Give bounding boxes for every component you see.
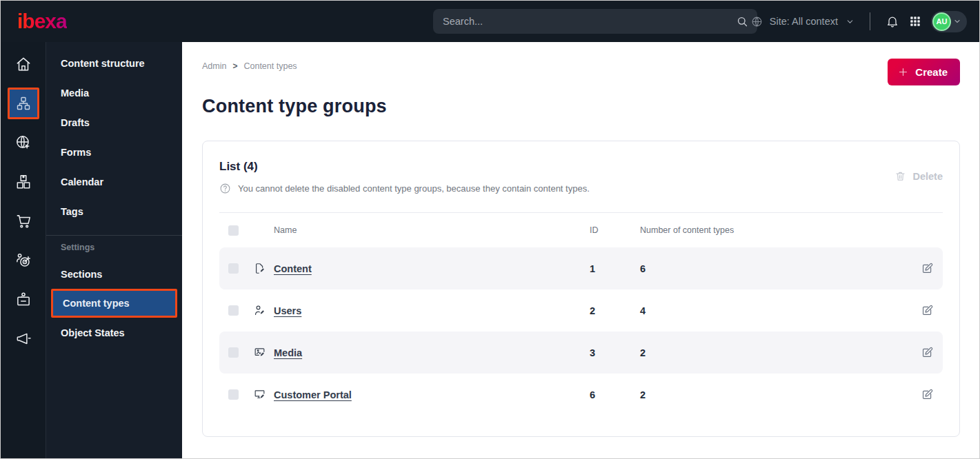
media-image-icon: [253, 346, 274, 359]
site-globe-pointer-icon: [8, 127, 39, 159]
cart-icon: [8, 205, 39, 237]
plus-icon: [897, 66, 909, 78]
help-circle-icon: [219, 183, 231, 194]
table-row-content: Content 1 6: [219, 247, 943, 289]
delete-button-label: Delete: [912, 171, 943, 182]
group-link[interactable]: Users: [274, 305, 590, 316]
edit-icon[interactable]: [921, 304, 934, 317]
help-row: You cannot delete the disabled content t…: [219, 183, 943, 194]
users-person-icon: [253, 304, 274, 317]
group-id: 2: [590, 305, 640, 316]
chevron-down-icon: [846, 17, 854, 26]
trash-icon: [894, 170, 906, 182]
edit-icon[interactable]: [921, 346, 934, 359]
rail-item-campaign[interactable]: [1, 319, 46, 358]
row-checkbox: [228, 263, 239, 274]
table-row-users: Users 2 4: [219, 289, 943, 332]
sidebar-item-content-structure[interactable]: Content structure: [46, 48, 182, 78]
group-count: 2: [640, 389, 910, 400]
home-icon: [8, 48, 39, 80]
table-header: Name ID Number of content types: [219, 213, 943, 247]
sidebar-item-content-types[interactable]: Content types: [51, 289, 177, 318]
breadcrumb: Admin > Content types: [202, 61, 297, 71]
campaign-megaphone-icon: [8, 323, 39, 355]
page-title: Content type groups: [202, 96, 960, 117]
portal-monitor-icon: [253, 388, 274, 401]
column-count: Number of content types: [640, 225, 910, 235]
edit-icon[interactable]: [921, 262, 934, 275]
rail-item-personalization[interactable]: [1, 241, 46, 280]
group-count: 6: [640, 263, 910, 274]
site-context-selector[interactable]: Site: All context: [750, 15, 854, 28]
personalization-target-icon: [8, 245, 39, 276]
rail-item-admin[interactable]: [1, 280, 46, 319]
sidebar-item-calendar[interactable]: Calendar: [46, 167, 182, 196]
group-link[interactable]: Customer Portal: [274, 389, 590, 400]
rail-item-dashboard[interactable]: [1, 44, 46, 83]
sidebar-section-settings: Settings: [46, 236, 182, 259]
group-id: 3: [590, 347, 640, 358]
breadcrumb-content-types: Content types: [243, 61, 297, 71]
group-link[interactable]: Content: [274, 263, 590, 274]
row-checkbox: [228, 305, 239, 316]
content-type-groups-table: Name ID Number of content types Content …: [219, 212, 943, 416]
group-count: 4: [640, 305, 910, 316]
group-id: 6: [590, 389, 640, 400]
create-button-label: Create: [915, 66, 948, 78]
ibexa-logo: ibexa: [17, 10, 67, 33]
group-count: 2: [640, 347, 910, 358]
content-file-icon: [253, 262, 274, 275]
sidebar-item-drafts[interactable]: Drafts: [46, 108, 182, 137]
admin-badge-icon: [8, 284, 39, 316]
chevron-down-icon: [953, 17, 961, 26]
main-content: Admin > Content types Create Content typ…: [182, 42, 980, 459]
global-search[interactable]: [433, 9, 757, 34]
row-checkbox: [228, 389, 239, 400]
main-header: Admin > Content types Create: [202, 59, 960, 86]
help-text: You cannot delete the disabled content t…: [238, 183, 590, 194]
search-input[interactable]: [443, 16, 736, 27]
breadcrumb-admin[interactable]: Admin: [202, 61, 226, 71]
create-button[interactable]: Create: [888, 59, 960, 85]
avatar: AU: [932, 12, 951, 31]
edit-icon[interactable]: [921, 388, 934, 401]
column-id: ID: [590, 225, 640, 235]
site-context-label: Site: All context: [770, 16, 838, 27]
sidebar-item-object-states[interactable]: Object States: [46, 318, 182, 347]
group-link[interactable]: Media: [274, 347, 590, 358]
sidebar-item-forms[interactable]: Forms: [46, 137, 182, 167]
products-boxes-icon: [8, 166, 39, 198]
delete-button[interactable]: Delete: [894, 170, 943, 182]
list-card: List (4) Delete You cannot delete the di…: [202, 141, 960, 437]
content-structure-icon: [8, 88, 39, 119]
column-name: Name: [274, 225, 590, 235]
app-grid-icon[interactable]: [909, 15, 921, 28]
search-icon[interactable]: [736, 15, 749, 28]
row-checkbox: [228, 347, 239, 358]
rail-item-content[interactable]: [1, 83, 46, 123]
rail-item-products[interactable]: [1, 162, 46, 201]
notifications-bell-icon[interactable]: [886, 14, 899, 28]
globe-icon: [750, 15, 763, 28]
main-icon-rail: [1, 42, 46, 459]
sidebar-item-media[interactable]: Media: [46, 78, 182, 108]
group-id: 1: [590, 263, 640, 274]
rail-item-commerce[interactable]: [1, 201, 46, 241]
list-title: List (4): [219, 160, 943, 174]
select-all-checkbox: [228, 225, 239, 236]
topbar: ibexa Site: All context AU: [1, 1, 979, 42]
sidebar-item-tags[interactable]: Tags: [46, 196, 182, 226]
sidebar-item-sections[interactable]: Sections: [46, 259, 182, 289]
secondary-sidebar: Content structure Media Drafts Forms Cal…: [46, 42, 182, 459]
table-row-customer-portal: Customer Portal 6 2: [219, 374, 943, 416]
topbar-divider: [870, 12, 870, 30]
table-row-media: Media 3 2: [219, 332, 943, 374]
rail-item-site[interactable]: [1, 123, 46, 162]
user-menu[interactable]: AU: [931, 11, 967, 32]
breadcrumb-separator: >: [232, 61, 237, 71]
topbar-actions: Site: All context AU: [750, 1, 967, 42]
